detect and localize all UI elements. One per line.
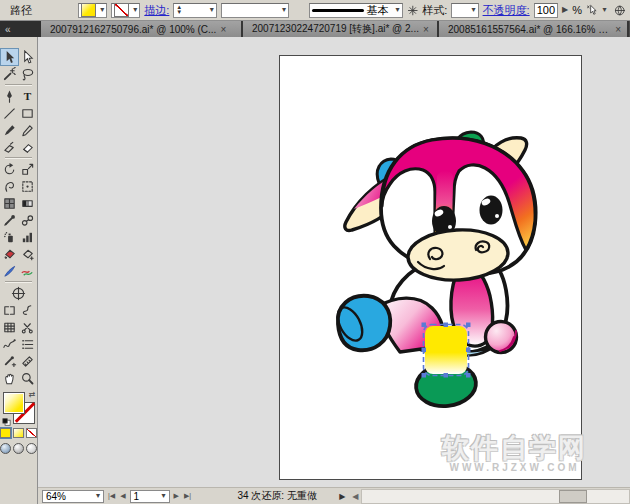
close-icon[interactable]: × — [220, 24, 226, 35]
column-graph-tool[interactable] — [19, 229, 36, 245]
ruler-tool[interactable] — [19, 353, 36, 369]
none-mode-button[interactable] — [26, 428, 37, 438]
chevron-down-icon: ▾ — [396, 6, 400, 14]
document-tab-3[interactable]: 20085161557564.ai* @ 166.16% (C... × — [439, 21, 629, 37]
cow-hand-hoof — [486, 322, 517, 353]
horizontal-scrollbar[interactable]: ◀ — [350, 488, 630, 504]
lasso-tool[interactable] — [19, 66, 36, 82]
pencil-tool[interactable] — [19, 122, 36, 138]
knife-blade-icon — [2, 264, 17, 279]
scroll-left-icon[interactable]: ◀ — [350, 492, 360, 501]
paintbrush-tool[interactable] — [1, 122, 18, 138]
rectangle-tool[interactable] — [19, 105, 36, 121]
dock-collapse-button[interactable]: « — [0, 21, 41, 37]
fill-proxy-swatch[interactable] — [3, 392, 25, 414]
hand-tool[interactable] — [1, 370, 18, 386]
selection-tool[interactable] — [1, 49, 18, 65]
next-page-button[interactable]: ▶ — [173, 492, 180, 500]
line-icon — [2, 106, 17, 121]
symbol-sprayer-tool[interactable] — [1, 229, 18, 245]
scrollbar-thumb[interactable] — [559, 490, 587, 503]
recolor-artwork-icon[interactable] — [407, 4, 419, 17]
squiggle-chart-tool[interactable] — [1, 336, 18, 352]
scissors-tool[interactable] — [19, 319, 36, 335]
close-icon[interactable]: × — [423, 24, 429, 35]
variable-width-profile-combo[interactable]: ▾ — [221, 3, 289, 18]
magic-wand-tool[interactable] — [1, 66, 18, 82]
eraser-tool[interactable] — [19, 139, 36, 155]
document-canvas[interactable]: 软件自学网 WWW.RJZXW.COM — [38, 37, 630, 487]
rotate-view-tool[interactable] — [10, 285, 27, 301]
gradient-tool[interactable] — [19, 195, 36, 211]
line-segment-tool[interactable] — [1, 105, 18, 121]
scale-tool[interactable] — [19, 161, 36, 177]
pen-tool[interactable] — [1, 88, 18, 104]
chevron-down-icon: ▾ — [133, 6, 137, 14]
close-icon[interactable]: × — [615, 24, 621, 35]
undo-status-text: 34 次还原: 无重做 — [218, 489, 336, 503]
opacity-panel-link[interactable]: 不透明度: — [483, 3, 530, 18]
bridge-globe-icon[interactable] — [614, 4, 626, 17]
graphic-style-combo[interactable]: ▾ — [451, 3, 478, 18]
slice-tool[interactable] — [1, 302, 18, 318]
default-fill-stroke-icon[interactable] — [2, 418, 11, 426]
measure-tool[interactable] — [1, 353, 18, 369]
chevron-down-icon[interactable]: ▾ — [602, 6, 606, 14]
eyedropper-plus-icon — [2, 354, 17, 369]
swap-fill-stroke-icon[interactable]: ⇄ — [29, 390, 36, 399]
warp-icon — [2, 179, 17, 194]
blob-brush-icon — [2, 140, 17, 155]
spinner-down-icon[interactable]: ▼ — [176, 10, 182, 15]
stroke-color-dropdown[interactable]: ▾ — [111, 3, 140, 18]
table-grid-tool[interactable] — [1, 319, 18, 335]
screen-mode-fullscreen-menu-button[interactable] — [13, 443, 24, 454]
blob-brush-tool[interactable] — [1, 139, 18, 155]
prev-page-button[interactable]: ◀ — [119, 492, 126, 500]
rotate-tool[interactable] — [1, 161, 18, 177]
fill-swatch-icon — [81, 3, 96, 17]
artboard-page[interactable]: 软件自学网 WWW.RJZXW.COM — [279, 55, 582, 480]
screen-mode-fullscreen-button[interactable] — [26, 443, 37, 454]
status-flyout-icon[interactable]: ▶ — [339, 492, 345, 501]
opacity-popup-icon[interactable]: ▶ — [562, 6, 568, 14]
stroke-weight-spinner[interactable]: ▲ ▼ — [176, 5, 182, 15]
free-transform-icon — [20, 179, 35, 194]
control-bar: 路径 ▾ ▾ 描边: ▲ ▼ ▾ ▾ 基本 ▾ 样式: ▾ 不透明度: 100 … — [0, 0, 630, 21]
mesh-tool[interactable] — [1, 195, 18, 211]
document-tab-1[interactable]: 2007912162750796.ai* @ 100% (C... × — [41, 21, 243, 37]
live-paint-selection-tool[interactable] — [19, 246, 36, 262]
stroke-weight-combo[interactable]: ▲ ▼ ▾ — [173, 3, 216, 18]
color-mode-button[interactable] — [0, 428, 11, 438]
reshape-tool[interactable] — [19, 263, 36, 279]
eyedropper-tool[interactable] — [1, 212, 18, 228]
zoom-tool[interactable] — [19, 370, 36, 386]
gradient-mode-button[interactable] — [13, 428, 24, 438]
last-page-button[interactable]: ▶| — [183, 492, 192, 500]
document-tab-2[interactable]: 20071230224720719 [转换].ai* @ 2... × — [243, 21, 439, 37]
knife-tool[interactable] — [1, 263, 18, 279]
direct-selection-tool[interactable] — [19, 49, 36, 65]
scrollbar-track[interactable] — [361, 489, 630, 504]
fill-color-dropdown[interactable]: ▾ — [78, 3, 107, 18]
scissors-icon — [20, 320, 35, 335]
paint-mode-buttons — [0, 428, 37, 438]
blend-tool[interactable] — [19, 212, 36, 228]
slice-selection-tool[interactable] — [19, 302, 36, 318]
first-page-button[interactable]: |◀ — [107, 492, 116, 500]
type-tool[interactable]: T — [19, 88, 36, 104]
page-number-combo[interactable]: 1 ▾ — [130, 490, 170, 503]
select-similar-icon[interactable] — [586, 3, 598, 17]
screen-mode-normal-button[interactable] — [0, 443, 11, 454]
stroke-panel-link[interactable]: 描边: — [144, 3, 169, 18]
opacity-value-input[interactable]: 100 — [534, 3, 558, 18]
brush-definition-combo[interactable]: 基本 ▾ — [309, 3, 402, 18]
warp-tool[interactable] — [1, 178, 18, 194]
chevron-down-icon: ▾ — [472, 6, 476, 14]
live-paint-bucket-tool[interactable] — [1, 246, 18, 262]
align-list-tool[interactable] — [19, 336, 36, 352]
blend-icon — [20, 213, 35, 228]
zoom-level-combo[interactable]: 64% ▾ — [42, 490, 104, 503]
bar-graph-icon — [20, 230, 35, 245]
eraser-icon — [20, 140, 35, 155]
free-transform-tool[interactable] — [19, 178, 36, 194]
